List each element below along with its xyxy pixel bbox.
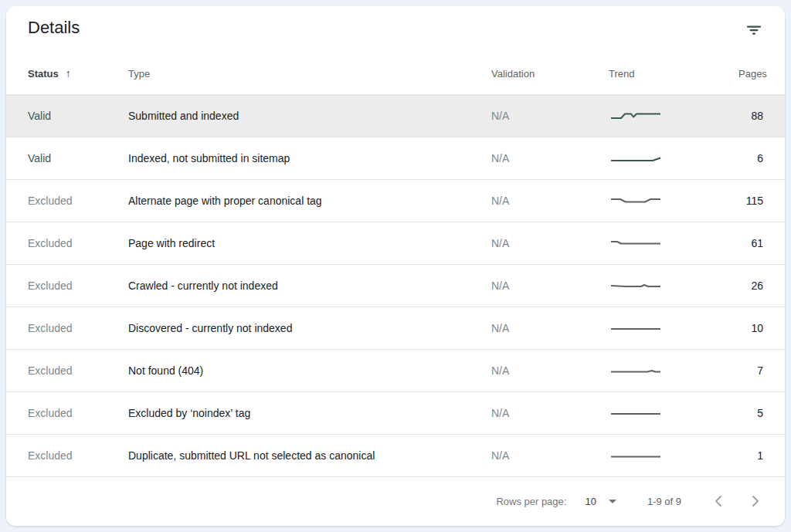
previous-page-button[interactable] — [709, 492, 728, 510]
column-header-type[interactable]: Type — [128, 68, 491, 80]
trend-sparkline — [609, 407, 738, 419]
status-cell: Excluded — [28, 449, 128, 462]
validation-cell: N/A — [491, 407, 609, 419]
type-cell: Page with redirect — [128, 237, 491, 249]
chevron-left-icon — [715, 496, 722, 507]
trend-sparkline — [609, 364, 738, 377]
validation-cell: N/A — [491, 322, 609, 334]
table-row[interactable]: Valid Submitted and indexed N/A 88 — [6, 95, 785, 137]
table-header-row: Status ↑ Type Validation Trend Pages — [6, 53, 785, 95]
pages-cell: 5 — [738, 407, 763, 419]
status-cell: Excluded — [28, 364, 128, 377]
pagination-range: 1-9 of 9 — [647, 496, 681, 507]
column-header-status-label: Status — [28, 68, 59, 80]
validation-cell: N/A — [491, 237, 609, 249]
column-header-validation[interactable]: Validation — [491, 68, 609, 80]
pages-cell: 88 — [738, 110, 763, 122]
trend-sparkline — [609, 237, 738, 249]
rows-per-page-select[interactable]: 10 — [585, 496, 616, 507]
dropdown-arrow-icon — [609, 500, 616, 503]
filter-button[interactable] — [743, 19, 765, 41]
status-cell: Valid — [28, 110, 128, 122]
table-row[interactable]: Excluded Not found (404) N/A 7 — [6, 350, 785, 392]
validation-cell: N/A — [491, 449, 609, 462]
next-page-button[interactable] — [746, 492, 765, 510]
column-header-pages[interactable]: Pages — [738, 68, 767, 80]
table-row[interactable]: Excluded Duplicate, submitted URL not se… — [6, 435, 785, 477]
pages-cell: 61 — [738, 237, 763, 249]
status-cell: Valid — [28, 152, 128, 164]
pages-cell: 26 — [738, 280, 763, 292]
pages-cell: 6 — [738, 152, 763, 164]
pages-cell: 1 — [738, 449, 763, 462]
column-header-status[interactable]: Status ↑ — [28, 67, 128, 80]
type-cell: Not found (404) — [128, 364, 491, 377]
pages-cell: 10 — [738, 322, 763, 334]
validation-cell: N/A — [491, 364, 609, 377]
validation-cell: N/A — [491, 152, 609, 164]
trend-sparkline — [609, 110, 738, 122]
type-cell: Submitted and indexed — [128, 110, 491, 122]
pages-cell: 115 — [738, 195, 763, 207]
table-row[interactable]: Valid Indexed, not submitted in sitemap … — [6, 137, 785, 180]
details-card: Details Status ↑ Type Validation Trend P… — [6, 6, 785, 526]
type-cell: Excluded by ‘noindex’ tag — [128, 407, 491, 419]
trend-sparkline — [609, 152, 738, 164]
status-cell: Excluded — [28, 195, 128, 207]
status-cell: Excluded — [28, 322, 128, 334]
trend-sparkline — [609, 449, 738, 462]
table-row[interactable]: Excluded Crawled - currently not indexed… — [6, 265, 785, 307]
pages-cell: 7 — [738, 364, 763, 377]
validation-cell: N/A — [491, 110, 609, 122]
sort-ascending-icon: ↑ — [66, 67, 71, 80]
pagination-bar: Rows per page: 10 1-9 of 9 — [6, 477, 785, 525]
validation-cell: N/A — [491, 195, 609, 207]
type-cell: Indexed, not submitted in sitemap — [128, 152, 491, 164]
status-cell: Excluded — [28, 237, 128, 249]
card-header: Details — [6, 6, 785, 53]
column-header-trend[interactable]: Trend — [609, 68, 738, 80]
trend-sparkline — [609, 322, 738, 334]
status-cell: Excluded — [28, 407, 128, 419]
chevron-right-icon — [752, 496, 759, 507]
table-row[interactable]: Excluded Page with redirect N/A 61 — [6, 222, 785, 265]
table-row[interactable]: Excluded Discovered - currently not inde… — [6, 307, 785, 350]
table-row[interactable]: Excluded Excluded by ‘noindex’ tag N/A 5 — [6, 392, 785, 435]
table-body: Valid Submitted and indexed N/A 88 Valid… — [6, 95, 785, 477]
type-cell: Discovered - currently not indexed — [128, 322, 491, 334]
type-cell: Crawled - currently not indexed — [128, 280, 491, 292]
rows-per-page-label: Rows per page: — [496, 496, 566, 507]
table-row[interactable]: Excluded Alternate page with proper cano… — [6, 180, 785, 222]
trend-sparkline — [609, 280, 738, 292]
type-cell: Alternate page with proper canonical tag — [128, 195, 491, 207]
validation-cell: N/A — [491, 280, 609, 292]
rows-per-page-value: 10 — [585, 496, 596, 507]
status-cell: Excluded — [28, 280, 128, 292]
filter-list-icon — [746, 22, 762, 38]
page-title: Details — [28, 18, 80, 38]
type-cell: Duplicate, submitted URL not selected as… — [128, 449, 491, 462]
trend-sparkline — [609, 195, 738, 207]
